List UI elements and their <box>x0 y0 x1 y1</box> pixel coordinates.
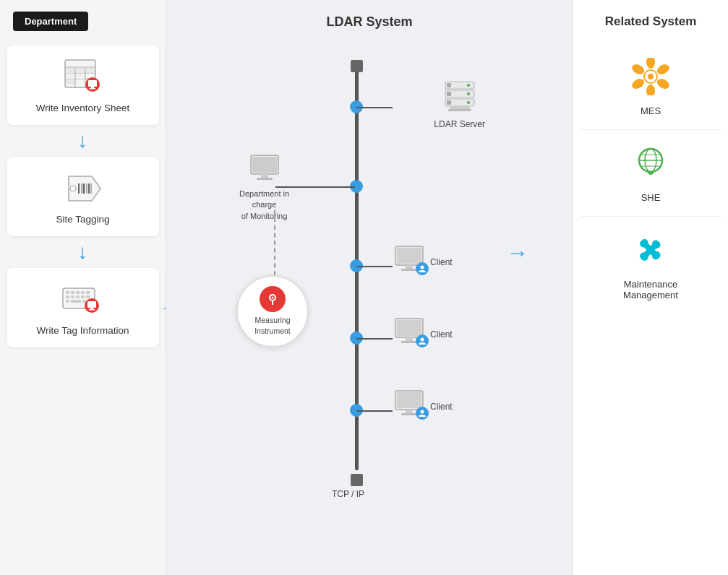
svg-point-47 <box>467 92 470 95</box>
ldar-server-label: LDAR Server <box>434 119 485 129</box>
svg-rect-73 <box>401 413 417 415</box>
department-label: Department <box>13 12 88 31</box>
tcp-label: TCP / IP <box>332 489 364 499</box>
svg-point-79 <box>646 85 655 95</box>
svg-point-76 <box>646 58 655 69</box>
svg-point-64 <box>421 266 424 269</box>
network-diagram: LDAR Server Department in charge of Moni… <box>247 51 492 499</box>
measuring-instrument: Measuring Instrument <box>236 275 309 347</box>
svg-rect-66 <box>397 320 421 336</box>
site-tagging-card[interactable]: Site Tagging <box>7 157 159 236</box>
svg-rect-8 <box>86 68 95 73</box>
svg-rect-56 <box>257 178 273 180</box>
svg-rect-6 <box>66 68 74 73</box>
svg-rect-46 <box>447 92 451 96</box>
svg-rect-14 <box>91 87 94 88</box>
svg-rect-10 <box>76 74 85 79</box>
hline-client1 <box>356 266 393 267</box>
client3-group: Client <box>393 389 453 424</box>
svg-rect-26 <box>76 291 80 294</box>
write-tag-card[interactable]: Write Tag Information → <box>7 268 159 347</box>
maintenance-icon <box>632 231 669 272</box>
svg-rect-33 <box>86 295 90 298</box>
site-tagging-label: Site Tagging <box>56 214 109 225</box>
svg-rect-49 <box>447 100 451 105</box>
svg-point-83 <box>648 74 654 79</box>
svg-rect-67 <box>406 337 413 341</box>
hline-client3 <box>356 410 393 412</box>
svg-rect-71 <box>397 392 421 408</box>
left-panel: Department <box>0 0 166 575</box>
header: Department <box>7 7 158 35</box>
svg-point-16 <box>70 186 76 191</box>
client2-group: Client <box>393 317 453 352</box>
svg-rect-28 <box>86 291 90 294</box>
she-item[interactable]: SHE <box>581 130 721 217</box>
maintenance-label: Maintenance Management <box>623 279 678 301</box>
svg-rect-30 <box>71 295 74 298</box>
svg-rect-25 <box>71 291 74 294</box>
hline-client2 <box>356 338 393 340</box>
arrow-down-2: ↓ <box>78 242 88 262</box>
inventory-sheet-icon <box>61 59 105 95</box>
write-tag-label: Write Tag Information <box>37 325 129 336</box>
svg-rect-11 <box>66 79 74 85</box>
svg-rect-39 <box>87 301 96 308</box>
svg-rect-68 <box>401 341 417 343</box>
inventory-sheet-card[interactable]: Write Inventory Sheet <box>7 46 159 125</box>
mes-item[interactable]: MES <box>581 43 721 130</box>
svg-rect-54 <box>252 157 277 173</box>
center-title: LDAR System <box>326 14 412 30</box>
svg-rect-40 <box>90 308 93 309</box>
svg-rect-15 <box>90 88 95 90</box>
she-label: SHE <box>641 192 661 203</box>
svg-point-69 <box>421 338 424 342</box>
inventory-sheet-label: Write Inventory Sheet <box>36 103 130 113</box>
svg-rect-32 <box>81 295 85 298</box>
svg-point-58 <box>272 297 274 299</box>
svg-point-74 <box>421 410 424 414</box>
dept-monitor-device: Department in charge of Monitoring <box>239 154 289 222</box>
measuring-label: Measuring Instrument <box>254 315 291 336</box>
client1-label: Client <box>430 257 453 267</box>
svg-rect-51 <box>450 106 470 109</box>
center-panel: LDAR System <box>166 0 573 575</box>
svg-rect-63 <box>401 269 417 271</box>
top-endpoint <box>351 60 363 72</box>
svg-rect-41 <box>89 309 95 311</box>
svg-rect-62 <box>406 265 413 269</box>
bottom-endpoint <box>351 474 363 486</box>
write-tag-icon <box>61 282 105 318</box>
hline-server <box>356 107 393 108</box>
client2-label: Client <box>430 329 453 340</box>
client1-group: Client <box>393 245 453 280</box>
right-panel: Related System MES <box>573 0 728 575</box>
svg-rect-31 <box>76 295 80 298</box>
svg-rect-24 <box>66 291 69 294</box>
svg-rect-52 <box>448 109 471 111</box>
svg-rect-72 <box>406 410 413 413</box>
arrow-down-1: ↓ <box>78 131 88 151</box>
mes-icon <box>632 58 669 98</box>
svg-rect-13 <box>88 80 97 87</box>
svg-rect-35 <box>71 300 81 303</box>
svg-rect-61 <box>397 248 421 264</box>
right-title: Related System <box>605 14 697 29</box>
svg-rect-29 <box>66 295 69 298</box>
svg-point-44 <box>467 84 470 87</box>
ldar-server-device: LDAR Server <box>434 79 485 129</box>
svg-rect-7 <box>76 68 85 73</box>
maintenance-item[interactable]: Maintenance Management <box>581 217 721 314</box>
dept-label: Department in charge of Monitoring <box>239 189 289 222</box>
svg-rect-43 <box>447 83 451 87</box>
center-to-right-arrow: → <box>507 241 528 265</box>
site-tagging-icon <box>61 170 105 207</box>
svg-point-50 <box>467 101 470 104</box>
she-icon <box>632 144 669 185</box>
svg-rect-27 <box>81 291 85 294</box>
mes-label: MES <box>641 105 661 116</box>
svg-rect-9 <box>66 74 74 79</box>
client3-label: Client <box>430 402 453 412</box>
dashed-connector <box>274 210 275 275</box>
svg-rect-55 <box>261 174 268 178</box>
